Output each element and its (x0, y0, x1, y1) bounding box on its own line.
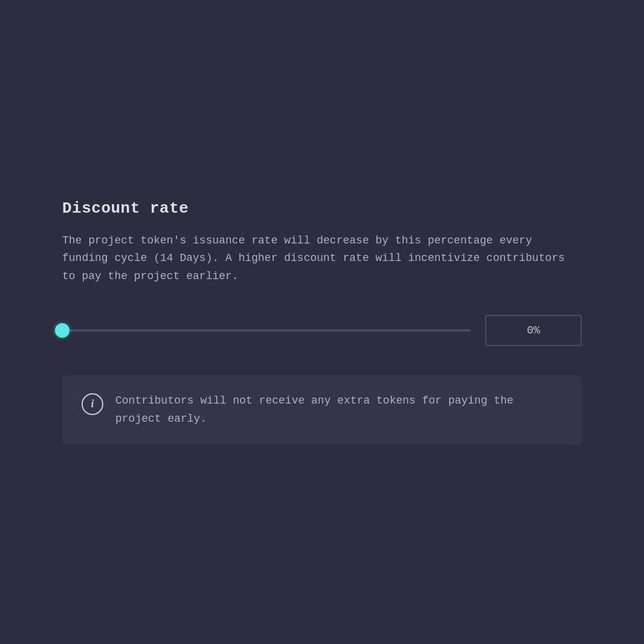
description-text: The project token's issuance rate will d… (62, 232, 582, 286)
discount-rate-value: 0% (485, 315, 582, 346)
page-title: Discount rate (62, 199, 582, 217)
info-message: Contributors will not receive any extra … (115, 392, 562, 428)
info-box: i Contributors will not receive any extr… (62, 375, 582, 445)
info-icon: i (82, 393, 103, 415)
slider-wrapper[interactable] (62, 329, 471, 332)
slider-row: 0% (62, 315, 582, 346)
main-container: Discount rate The project token's issuan… (62, 175, 582, 469)
discount-rate-display: 0% (527, 324, 540, 336)
